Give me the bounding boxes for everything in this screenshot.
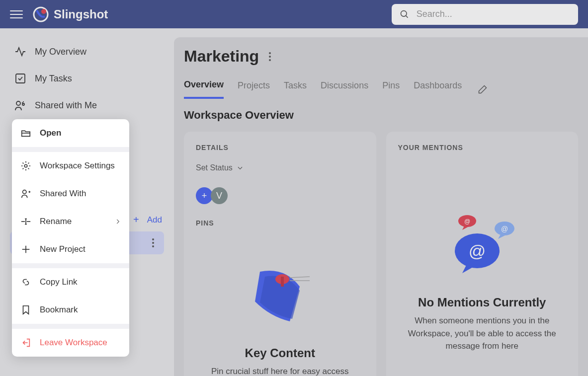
mentions-illustration: @ @ @	[398, 211, 567, 276]
tab-tasks[interactable]: Tasks	[284, 80, 307, 98]
plus-icon: +	[133, 214, 139, 226]
mentions-card: YOUR MENTIONS @ @ @ No Ment	[386, 132, 579, 376]
search-icon	[400, 9, 410, 20]
folder-open-icon	[20, 127, 32, 139]
card-header: YOUR MENTIONS	[398, 144, 567, 151]
mentions-empty-text: When someone mentions you in the Workspa…	[408, 314, 557, 353]
menu-item-settings[interactable]: Workspace Settings	[12, 152, 129, 180]
sidebar-item-shared[interactable]: Shared with Me	[0, 92, 174, 119]
add-member-button[interactable]: +	[196, 187, 213, 204]
add-workspace-button[interactable]: Add	[147, 215, 162, 225]
page-more-button[interactable]	[269, 52, 271, 61]
svg-line-24	[290, 277, 310, 278]
tab-dashboards[interactable]: Dashboards	[414, 80, 462, 98]
svg-point-10	[24, 164, 27, 167]
sidebar-item-tasks[interactable]: My Tasks	[0, 65, 174, 92]
pins-section-label: PINS	[196, 219, 364, 227]
menu-item-shared-with[interactable]: Shared With	[12, 180, 129, 208]
menu-item-new-project[interactable]: New Project	[12, 235, 129, 263]
edit-tabs-button[interactable]	[478, 84, 488, 94]
svg-text:@: @	[468, 241, 486, 260]
chevron-right-icon	[114, 218, 121, 225]
activity-icon	[14, 45, 27, 58]
users-icon	[14, 99, 27, 112]
card-header: DETAILS	[196, 144, 364, 151]
svg-rect-23	[281, 277, 284, 287]
slingshot-icon	[33, 6, 49, 22]
search-box[interactable]	[392, 4, 578, 25]
menu-item-copy-link[interactable]: Copy Link	[12, 268, 129, 296]
workspace-context-menu: Open Workspace Settings Shared With Rena…	[12, 119, 129, 357]
menu-item-leave[interactable]: Leave Workspace	[12, 329, 129, 357]
svg-text:@: @	[464, 218, 470, 225]
tab-overview[interactable]: Overview	[184, 79, 224, 99]
tab-discussions[interactable]: Discussions	[321, 80, 368, 98]
exit-icon	[20, 337, 32, 349]
workspace-more-button[interactable]	[152, 238, 154, 247]
details-card: DETAILS Set Status + V PINS	[184, 132, 376, 376]
link-icon	[20, 276, 32, 288]
sidebar-item-label: Shared with Me	[35, 100, 97, 111]
svg-point-2	[401, 10, 407, 16]
svg-point-1	[41, 9, 46, 14]
svg-text:@: @	[501, 225, 508, 233]
pins-empty-title: Key Content	[206, 346, 354, 360]
menu-item-bookmark[interactable]: Bookmark	[12, 296, 129, 324]
search-input[interactable]	[417, 9, 570, 19]
main-content: Marketing Overview Projects Tasks Discus…	[174, 37, 588, 376]
tab-pins[interactable]: Pins	[382, 80, 400, 98]
svg-rect-4	[16, 74, 25, 83]
sidebar-item-overview[interactable]: My Overview	[0, 38, 174, 65]
svg-point-6	[22, 103, 24, 105]
tab-projects[interactable]: Projects	[238, 80, 270, 98]
section-title: Workspace Overview	[184, 109, 578, 122]
member-avatar[interactable]: V	[211, 187, 228, 204]
brand-logo[interactable]: Slingshot	[33, 6, 108, 22]
pins-empty-text: Pin crucial stuff here for easy access	[206, 365, 354, 376]
bookmark-icon	[20, 304, 32, 316]
sidebar-item-label: My Tasks	[35, 74, 72, 84]
mentions-empty-title: No Mentions Currently	[408, 296, 557, 309]
check-square-icon	[14, 72, 27, 85]
rename-icon	[20, 216, 32, 227]
set-status-button[interactable]: Set Status	[196, 163, 364, 172]
menu-item-open[interactable]: Open	[12, 119, 129, 147]
member-avatars: + V	[196, 187, 364, 204]
brand-name: Slingshot	[54, 7, 108, 21]
sidebar-item-label: My Overview	[35, 47, 86, 57]
svg-point-5	[16, 101, 20, 105]
tab-bar: Overview Projects Tasks Discussions Pins…	[184, 79, 578, 99]
plus-icon	[20, 243, 32, 255]
user-plus-icon	[20, 188, 32, 200]
menu-toggle-button[interactable]	[10, 10, 23, 18]
svg-line-3	[406, 15, 408, 17]
pins-empty-state: Key Content Pin crucial stuff here for e…	[196, 237, 364, 376]
chevron-down-icon	[237, 164, 244, 171]
page-title: Marketing	[184, 47, 259, 66]
app-header: Slingshot	[0, 0, 588, 28]
svg-point-0	[34, 7, 48, 21]
gear-icon	[20, 160, 32, 172]
svg-point-11	[23, 190, 26, 194]
menu-item-rename[interactable]: Rename	[12, 208, 129, 235]
pin-illustration	[206, 252, 354, 331]
